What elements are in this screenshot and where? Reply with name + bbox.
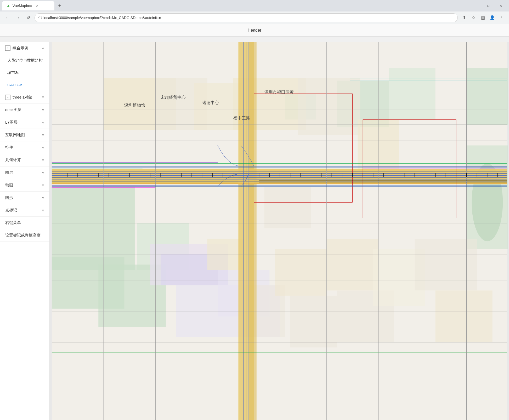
chevron-deck: ∨	[42, 108, 44, 112]
browser-toolbar: ← → ↺ ⓘ localhost:3000/sample/vuemapbox/…	[0, 11, 509, 24]
window-controls: ─ □ ✕	[470, 2, 507, 10]
sidebar-item-layers[interactable]: 图层 ∨	[0, 166, 49, 179]
minimize-button[interactable]: ─	[470, 2, 482, 10]
sidebar-item-marker-height[interactable]: 设置标记或弹框高度	[0, 229, 49, 241]
sidebar-label-markers: 点标记	[5, 208, 17, 213]
svg-rect-25	[290, 296, 337, 347]
sidebar-label-context-menu: 右键菜单	[5, 220, 21, 225]
close-button[interactable]: ✕	[495, 2, 507, 10]
sidebar-item-threejs[interactable]: ≡ threejs对象 ∨	[0, 91, 49, 103]
chevron-threejs: ∨	[42, 95, 44, 99]
url-text: localhost:3000/sample/vuemapbox/?cmd=Mx_…	[43, 16, 454, 20]
section-layers: 图层 ∨	[0, 166, 49, 179]
map-svg: 深圳博物馆 宋超经贸中心 诺德中心 福中三路 深圳市福田区黄	[50, 42, 509, 420]
sidebar-label-internet-map: 互联网地图	[5, 133, 25, 137]
label-city-3d: 城市3d	[7, 70, 20, 75]
sidebar-label-controls: 控件	[5, 145, 13, 150]
sidebar-toggle-button[interactable]: ▤	[479, 14, 487, 22]
threejs-icon: ≡	[5, 95, 10, 100]
section-internet-map: 互联网地图 ∨	[0, 129, 49, 141]
svg-rect-30	[436, 290, 493, 342]
svg-rect-7	[389, 68, 435, 119]
svg-text:福中三路: 福中三路	[233, 116, 250, 120]
menu-button[interactable]: ⋮	[497, 14, 506, 22]
chevron-markers: ∨	[42, 209, 44, 212]
sidebar-item-context-menu[interactable]: 右键菜单	[0, 217, 49, 229]
refresh-button[interactable]: ↺	[24, 14, 32, 22]
sidebar-label-marker-height: 设置标记或弹框高度	[5, 233, 41, 238]
chevron-animation: ∨	[42, 183, 44, 187]
sidebar-item-controls[interactable]: 控件 ∨	[0, 141, 49, 154]
sidebar-item-cad-gis[interactable]: CAD GIS	[0, 79, 49, 91]
tab-close-button[interactable]: ✕	[35, 4, 39, 8]
sidebar-item-person-tracking[interactable]: 人员定位与数据监控	[0, 54, 49, 67]
section-deck: deck图层 ∨	[0, 104, 49, 116]
map-container[interactable]: 深圳博物馆 宋超经贸中心 诺德中心 福中三路 深圳市福田区黄埔学校附属幼儿园 中…	[50, 42, 509, 420]
chevron-graphics: ∨	[42, 196, 44, 200]
section-animation: 动画 ∨	[0, 179, 49, 192]
sidebar-item-internet-map[interactable]: 互联网地图 ∨	[0, 129, 49, 141]
back-button[interactable]: ←	[3, 14, 12, 22]
section-geometry: 几何计算 ∨	[0, 154, 49, 166]
tab-title: VueMapbox	[13, 4, 32, 8]
address-bar[interactable]: ⓘ localhost:3000/sample/vuemapbox/?cmd=M…	[35, 13, 458, 22]
tab-favicon: ▲	[6, 3, 10, 8]
svg-rect-20	[264, 187, 311, 228]
main-layout: ≡ 综合示例 ∧ 人员定位与数据监控 城市3d CAD GIS ≡ threej…	[0, 42, 509, 420]
sidebar-label-animation: 动画	[5, 183, 13, 188]
sidebar-item-comprehensive[interactable]: ≡ 综合示例 ∧	[0, 42, 49, 54]
section-comprehensive: ≡ 综合示例 ∧ 人员定位与数据监控 城市3d CAD GIS	[0, 42, 49, 91]
section-l7: L7图层 ∨	[0, 116, 49, 129]
sidebar-item-animation[interactable]: 动画 ∨	[0, 179, 49, 191]
lock-icon: ⓘ	[38, 15, 42, 20]
sidebar-item-deck[interactable]: deck图层 ∨	[0, 104, 49, 116]
label-person-tracking: 人员定位与数据监控	[7, 58, 43, 63]
page-header: Header	[0, 24, 509, 37]
sidebar-label-geometry: 几何计算	[5, 158, 21, 163]
chevron-layers: ∨	[42, 171, 44, 175]
toolbar-right: ⬆ ☆ ▤ 👤 ⋮	[460, 14, 506, 22]
sidebar-label-deck: deck图层	[5, 107, 21, 112]
svg-rect-34	[249, 42, 257, 420]
sidebar-item-geometry[interactable]: 几何计算 ∨	[0, 154, 49, 166]
svg-rect-24	[275, 249, 326, 296]
svg-rect-8	[467, 68, 508, 125]
svg-text:深圳市福田区黄: 深圳市福田区黄	[264, 90, 294, 94]
browser-tab[interactable]: ▲ VueMapbox ✕	[2, 1, 54, 10]
header-title: Header	[248, 28, 261, 33]
sidebar-label-threejs: threejs对象	[13, 95, 32, 100]
section-threejs: ≡ threejs对象 ∨	[0, 91, 49, 104]
title-bar: ▲ VueMapbox ✕ + ─ □ ✕	[0, 0, 509, 11]
section-controls: 控件 ∨	[0, 141, 49, 154]
share-button[interactable]: ⬆	[460, 14, 468, 22]
sidebar-label-comprehensive: 综合示例	[13, 46, 28, 51]
chevron-comprehensive: ∧	[42, 46, 44, 50]
label-cad-gis: CAD GIS	[7, 83, 24, 87]
sidebar-item-graphics[interactable]: 图形 ∨	[0, 192, 49, 204]
sidebar-label-l7: L7图层	[5, 120, 18, 125]
chevron-geometry: ∨	[42, 158, 44, 162]
sidebar-item-l7[interactable]: L7图层 ∨	[0, 116, 49, 129]
sidebar-label-layers: 图层	[5, 170, 13, 175]
forward-button[interactable]: →	[14, 14, 22, 22]
chevron-controls: ∨	[42, 146, 44, 149]
chevron-l7: ∨	[42, 121, 44, 124]
svg-rect-29	[415, 239, 477, 290]
new-tab-button[interactable]: +	[55, 2, 64, 10]
sidebar-item-markers[interactable]: 点标记 ∨	[0, 204, 49, 216]
profile-button[interactable]: 👤	[488, 14, 496, 22]
section-marker-height: 设置标记或弹框高度	[0, 229, 49, 242]
svg-text:宋超经贸中心: 宋超经贸中心	[161, 95, 186, 100]
comprehensive-icon: ≡	[5, 45, 10, 51]
svg-text:诺德中心: 诺德中心	[202, 100, 219, 105]
svg-rect-18	[298, 78, 360, 135]
maximize-button[interactable]: □	[482, 2, 494, 10]
bookmark-button[interactable]: ☆	[469, 14, 478, 22]
svg-text:深圳博物馆: 深圳博物馆	[124, 103, 145, 107]
section-context-menu: 右键菜单	[0, 217, 49, 229]
chevron-internet-map: ∨	[42, 133, 44, 137]
sidebar-label-graphics: 图形	[5, 195, 13, 200]
sidebar-item-city-3d[interactable]: 城市3d	[0, 67, 49, 79]
sidebar: ≡ 综合示例 ∧ 人员定位与数据监控 城市3d CAD GIS ≡ threej…	[0, 42, 50, 420]
section-graphics: 图形 ∨	[0, 192, 49, 204]
